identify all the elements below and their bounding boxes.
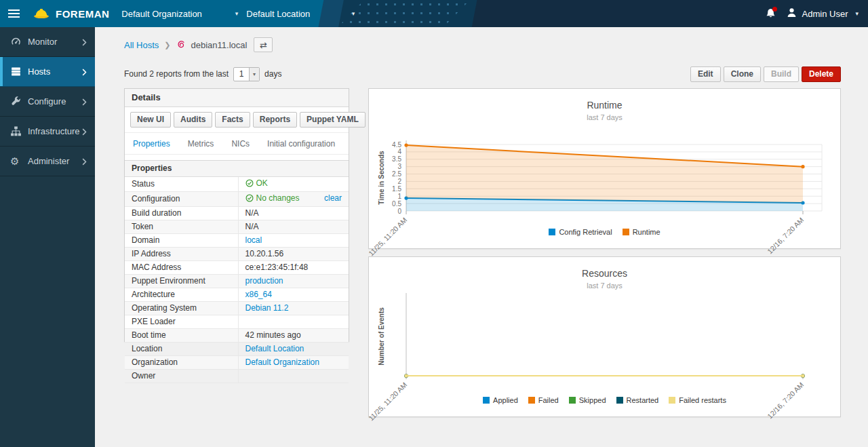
svg-text:0.5: 0.5 [392,200,401,208]
property-value-link[interactable]: Default Location [245,344,304,353]
properties-table: Properties StatusOKConfigurationNo chang… [125,160,349,383]
property-value: 42 minutes ago [238,329,349,343]
svg-text:1: 1 [397,193,401,200]
clear-link[interactable]: clear [324,193,342,203]
property-row-puppet-environment: Puppet Environmentproduction [125,275,349,288]
chevron-right-icon [82,38,87,45]
build-button[interactable]: Build [764,66,799,82]
days-select[interactable]: 1 ▾ [233,67,260,81]
legend-swatch [483,397,490,404]
property-value-link[interactable]: Default Organization [245,357,319,367]
property-value-link[interactable]: Debian 11.2 [245,303,289,313]
facts-button[interactable]: Facts [215,112,250,128]
property-row-owner: Owner [125,370,349,383]
sidebar-item-hosts[interactable]: Hosts [0,57,95,87]
tab-metrics[interactable]: Metrics [188,139,214,149]
new-ui-button[interactable]: New UI [130,112,171,128]
sidebar-item-configure[interactable]: Configure [0,87,95,117]
property-value: ce:e1:23:45:1f:48 [238,261,349,275]
property-label: PXE Loader [125,315,238,329]
property-label: Owner [125,370,238,383]
resources-chart-title: Resources [369,268,840,279]
legend-item-skipped[interactable]: Skipped [569,396,606,404]
x-axis-tick-label: 11/25, 11:20 AM [367,216,408,257]
legend-item-failed[interactable]: Failed [528,396,559,404]
legend-item-failed-restarts[interactable]: Failed restarts [669,396,726,404]
edit-button[interactable]: Edit [690,66,721,82]
legend-item-runtime[interactable]: Runtime [623,228,660,236]
svg-text:0: 0 [397,208,401,215]
property-row-status: StatusOK [125,177,349,192]
details-button-row: New UIAuditsFactsReportsPuppet YAML [125,107,349,133]
property-row-pxe-loader: PXE Loader [125,315,349,329]
property-label: IP Address [125,248,238,261]
sitemap-icon [10,125,22,137]
property-row-location: LocationDefault Location [125,343,349,356]
resources-chart: Number of Events11/25, 11:20 AM12/16, 7:… [369,290,840,388]
tab-nics[interactable]: NICs [231,139,250,149]
property-row-configuration: ConfigurationNo changesclear [125,192,349,207]
property-label: Domain [125,234,238,248]
svg-text:2: 2 [397,178,401,185]
organization-selector-label: Default Organization [121,9,202,19]
svg-text:1.5: 1.5 [392,185,401,193]
property-value [238,315,349,329]
delete-button[interactable]: Delete [802,66,841,82]
location-selector[interactable]: Default Location ▾ [246,9,355,19]
sidebar-item-administer[interactable]: ⚙Administer [0,147,95,176]
property-row-ip-address: IP Address10.20.1.56 [125,248,349,261]
puppet-yaml-button[interactable]: Puppet YAML [300,112,366,128]
host-switcher-button[interactable]: ⇄ [254,37,273,52]
sidebar-item-label: Monitor [28,37,57,47]
legend-swatch [549,229,555,235]
gauge-icon [10,36,22,47]
svg-text:3.5: 3.5 [392,155,401,163]
property-value: N/A [238,220,349,234]
hamburger-menu-icon[interactable] [0,0,27,27]
property-value[interactable]: production [238,275,349,288]
location-selector-label: Default Location [246,9,310,19]
chevron-right-icon [82,157,87,165]
foreman-logo-icon [33,6,50,22]
sidebar-item-monitor[interactable]: Monitor [0,27,95,57]
legend-item-config-retrieval[interactable]: Config Retrieval [549,228,612,236]
property-value[interactable]: Default Organization [238,356,349,370]
foreman-brand[interactable]: FOREMAN [33,6,109,22]
audits-button[interactable]: Audits [174,112,212,128]
property-value[interactable]: x86_64 [238,288,349,302]
property-label: Configuration [125,192,238,207]
legend-item-restarted[interactable]: Restarted [616,396,659,404]
reports-button[interactable]: Reports [253,112,297,128]
legend-label: Restarted [627,396,659,404]
legend-item-applied[interactable]: Applied [483,396,518,404]
property-value[interactable]: Default Location [238,343,349,356]
server-icon [10,66,22,77]
sidebar-item-label: Hosts [28,66,50,77]
property-value[interactable]: local [238,234,349,248]
property-label: Operating System [125,302,238,315]
property-value-link[interactable]: x86_64 [245,290,272,299]
sidebar-item-infrastructure[interactable]: Infrastructure [0,117,95,147]
gear-icon: ⚙ [10,155,22,167]
property-value[interactable]: Debian 11.2 [238,302,349,315]
legend-label: Config Retrieval [559,228,612,236]
svg-text:4: 4 [397,148,401,155]
property-row-boot-time: Boot time42 minutes ago [125,329,349,343]
property-value-link[interactable]: local [245,235,262,245]
notifications-bell-icon[interactable] [765,7,776,20]
chevron-down-icon: ▾ [235,10,239,17]
organization-selector[interactable]: Default Organization ▾ [121,9,238,19]
property-value-link[interactable]: production [245,276,283,286]
tab-initial-configuration[interactable]: Initial configuration [267,139,335,149]
property-label: Architecture [125,288,238,302]
y-axis-label: Time in Seconds [378,151,385,205]
breadcrumb-all-hosts-link[interactable]: All Hosts [124,40,159,50]
tab-properties[interactable]: Properties [133,139,170,149]
reports-found-text: Found 2 reports from the last [124,69,229,79]
property-row-organization: OrganizationDefault Organization [125,356,349,370]
user-menu[interactable]: Admin User ▾ [786,7,859,20]
clone-button[interactable]: Clone [724,66,761,82]
property-label: Puppet Environment [125,275,238,288]
property-row-mac-address: MAC Addressce:e1:23:45:1f:48 [125,261,349,275]
chevron-right-icon [82,128,87,135]
